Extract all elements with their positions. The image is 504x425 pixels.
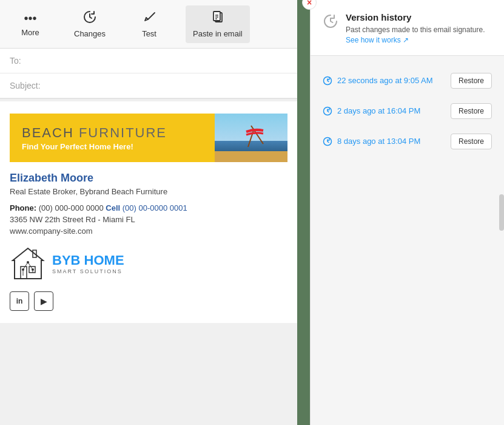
more-icon: ••• (24, 12, 36, 25)
logo-text-area: BYB HOME SMART SOLUTIONS (52, 253, 124, 274)
address: 3365 NW 22th Street Rd - Miami FL (10, 215, 287, 224)
version-link[interactable]: See how it works ↗ (346, 36, 409, 44)
main-area: ••• More Changes Test (0, 0, 297, 425)
banner-subtitle: Find Your Perfect Home Here! (22, 142, 203, 151)
more-label: More (21, 28, 39, 37)
toolbar-paste[interactable]: Paste in email (186, 5, 250, 43)
paste-label: Paste in email (193, 29, 243, 38)
version-header-text: Version history Past changes made to thi… (346, 12, 492, 46)
banner-image (215, 114, 287, 162)
website: www.company-site.com (10, 226, 287, 236)
banner-text: BEACH FURNITURE Find Your Perfect Home H… (10, 119, 215, 157)
version-desc: Past changes made to this email signatur… (346, 25, 492, 46)
version-list: 22 seconds ago at 9:05 AM Restore 2 days… (311, 56, 504, 166)
logo-area: BYB HOME SMART SOLUTIONS (10, 245, 287, 282)
test-label: Test (142, 29, 156, 38)
to-label: To: (10, 56, 21, 66)
svg-line-17 (28, 262, 33, 270)
logo-brand-blue: BYB (52, 253, 80, 268)
version-item-2: 2 days ago at 16:04 PM Restore (311, 96, 504, 126)
timestamp-2: 2 days ago at 16:04 PM (337, 106, 420, 115)
social-icons: in ▶ (10, 291, 287, 311)
clock-icon-3 (323, 137, 332, 146)
paste-icon (211, 10, 224, 27)
phone-number: (00) 000-000 0000 (39, 203, 104, 212)
scrollbar[interactable] (499, 194, 504, 231)
logo-house-icon (10, 245, 46, 282)
version-header: Version history Past changes made to thi… (311, 0, 504, 56)
svg-rect-7 (215, 151, 287, 162)
subject-label: Subject: (10, 81, 41, 90)
banner-title-light: FURNITURE (79, 125, 167, 140)
test-icon (143, 10, 156, 27)
restore-button-2[interactable]: Restore (451, 103, 492, 119)
youtube-icon: ▶ (41, 296, 47, 306)
phone-label: Phone: (10, 203, 36, 212)
person-name: Elizabeth Moore (10, 172, 287, 185)
version-item-3: 8 days ago at 13:04 PM Restore (311, 126, 504, 157)
signature-banner: BEACH FURNITURE Find Your Perfect Home H… (10, 114, 287, 162)
version-item-1: 22 seconds ago at 9:05 AM Restore (311, 66, 504, 96)
logo-brand: BYB HOME (52, 253, 124, 268)
version-timestamp-3: 8 days ago at 13:04 PM (323, 137, 420, 146)
person-title: Real Estate Broker, Bybrand Beach Furnit… (10, 187, 287, 196)
clock-icon-1 (323, 76, 332, 86)
history-icon (323, 13, 338, 33)
to-field[interactable]: To: (0, 49, 297, 73)
panel-header-wrapper: × Version history Past changes made to t… (311, 0, 504, 56)
clock-icon-2 (323, 106, 332, 116)
banner-title-bold: BEACH (22, 125, 74, 140)
subject-field[interactable]: Subject: (0, 73, 297, 98)
signature-area: BEACH FURNITURE Find Your Perfect Home H… (0, 101, 297, 323)
toolbar-test[interactable]: Test (131, 5, 167, 43)
email-fields: To: Subject: (0, 49, 297, 99)
toolbar: ••• More Changes Test (0, 0, 297, 49)
changes-label: Changes (74, 29, 106, 38)
youtube-button[interactable]: ▶ (34, 291, 53, 311)
toolbar-more[interactable]: ••• More (12, 7, 49, 42)
logo-tagline: SMART SOLUTIONS (52, 268, 124, 274)
restore-button-3[interactable]: Restore (451, 134, 492, 149)
linkedin-icon: in (16, 297, 23, 305)
cell-label: Cell (106, 203, 120, 212)
linkedin-button[interactable]: in (10, 291, 29, 311)
changes-icon (83, 10, 96, 27)
logo-brand-black: HOME (80, 253, 124, 268)
timestamp-3: 8 days ago at 13:04 PM (337, 137, 420, 146)
contact-info: Phone: (00) 000-000 0000 Cell (00) 00-00… (10, 203, 287, 212)
version-title: Version history (346, 12, 492, 22)
cell-number: (00) 00-0000 0001 (123, 203, 187, 212)
timestamp-1: 22 seconds ago at 9:05 AM (337, 76, 433, 85)
version-timestamp-2: 2 days ago at 16:04 PM (323, 106, 420, 116)
restore-button-1[interactable]: Restore (451, 73, 492, 89)
version-timestamp-1: 22 seconds ago at 9:05 AM (323, 76, 433, 86)
version-history-panel: × Version history Past changes made to t… (310, 0, 504, 425)
version-desc-text: Past changes made to this email signatur… (346, 25, 485, 34)
svg-line-16 (23, 262, 28, 270)
banner-title: BEACH FURNITURE (22, 125, 203, 141)
toolbar-changes[interactable]: Changes (67, 5, 113, 43)
close-icon: × (307, 0, 312, 7)
